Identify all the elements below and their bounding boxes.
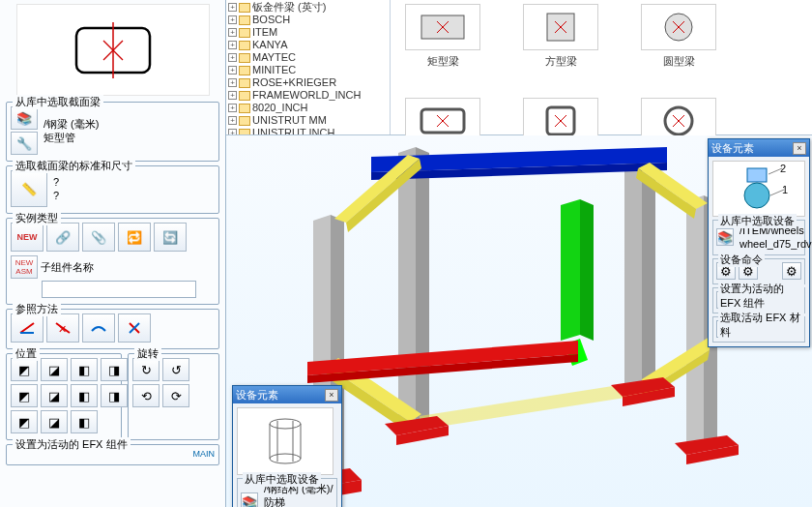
pos-2[interactable]: ◪ <box>41 358 68 381</box>
equipment-dialog-2[interactable]: 设备元素 × 21 从库中选取设备 📚 /ITEM/wheelswheel_d7… <box>708 138 810 347</box>
ref-btn-3[interactable] <box>82 313 115 343</box>
fs-select-from-lib: 从库中选取截面梁 📚 🔧 /钢梁 (毫米) 矩型管 <box>6 102 219 162</box>
fs-ref-method: 参照方法 ✕ <box>6 309 219 349</box>
fs-title: 从库中选取截面梁 <box>13 95 103 109</box>
dlg2-lib-btn[interactable]: 📚 <box>716 228 734 246</box>
svg-marker-49 <box>561 199 580 341</box>
ref-btn-2[interactable]: ✕ <box>46 313 79 343</box>
tree-item: +UNISTRUT MM <box>228 114 388 127</box>
dlg2-fs2: 设备命令 <box>718 253 765 267</box>
ref-btn-1[interactable] <box>11 313 44 343</box>
pos-1[interactable]: ◩ <box>11 358 38 381</box>
folder-icon <box>239 53 250 63</box>
dialog-title: 设备元素 <box>236 388 278 403</box>
fs-title-3: 实例类型 <box>13 211 61 225</box>
fs-title-2: 选取截面梁的标准和尺寸 <box>13 159 135 173</box>
fs-instance-type: 实例类型 NEW 🔗 📎 🔁 🔄 NEWASM 子组件名称 <box>6 218 219 305</box>
dialog-titlebar[interactable]: 设备元素 × <box>709 139 809 157</box>
fs-active-efx: 设置为活动的 EFX 组件 MAIN <box>6 444 219 465</box>
profile-gallery: 矩型梁 方型梁 圆型梁 矩型管 方型管 管道 ✱角型梁 ✱槽型梁 <box>391 0 812 134</box>
inst-btn-2[interactable]: 🔗 <box>46 223 79 252</box>
rot-4[interactable]: ⟳ <box>162 384 189 407</box>
lib-btn-1[interactable]: 📚 <box>11 106 38 130</box>
expand-icon[interactable]: + <box>228 53 237 62</box>
pos-3[interactable]: ◧ <box>71 358 98 381</box>
expand-icon[interactable]: + <box>228 116 237 125</box>
expand-icon[interactable]: + <box>228 104 237 112</box>
inst-btn-3[interactable]: 📎 <box>82 223 115 252</box>
svg-marker-30 <box>398 147 416 428</box>
lib-btn-2[interactable]: 🔧 <box>11 132 38 155</box>
fs-rotation: 旋转 ↻ ↺ ⟲ ⟳ <box>128 353 219 440</box>
pos-7[interactable]: ◧ <box>71 384 98 407</box>
expand-icon[interactable]: + <box>228 41 237 49</box>
section-preview <box>16 4 210 96</box>
svg-point-62 <box>270 419 301 429</box>
pos-4[interactable]: ◨ <box>101 358 128 381</box>
folder-icon <box>239 28 250 38</box>
tree-item: +ITEM <box>228 26 388 39</box>
close-icon[interactable]: × <box>793 142 806 155</box>
svg-point-69 <box>744 183 769 208</box>
equipment-dialog-1[interactable]: 设备元素 × 从库中选取设备 📚 /钢结构 (毫米)/防梯 防梯护罩 1 <box>232 385 342 507</box>
rot-2[interactable]: ↺ <box>162 358 189 381</box>
pos-8[interactable]: ◨ <box>101 384 128 407</box>
expand-icon[interactable]: + <box>228 78 237 87</box>
svg-marker-33 <box>642 159 655 387</box>
inst-new-1[interactable]: NEW <box>11 223 44 252</box>
pos-11[interactable]: ◧ <box>71 410 98 433</box>
dlg2-fs4: 选取活动 EFX 材料 <box>718 311 804 340</box>
ref-btn-4[interactable] <box>118 313 151 343</box>
folder-icon <box>239 91 250 101</box>
profile-round-beam[interactable]: 圆型梁 <box>634 4 723 69</box>
left-panel: 从库中选取截面梁 📚 🔧 /钢梁 (毫米) 矩型管 选取截面梁的标准和尺寸 📏 … <box>0 0 226 507</box>
svg-marker-36 <box>686 195 704 451</box>
lib-path: /钢梁 (毫米) <box>44 117 99 131</box>
pos-10[interactable]: ◪ <box>41 410 68 433</box>
tree-item: +FRAMEWORLD_INCH <box>228 89 388 102</box>
profile-rect-beam[interactable]: 矩型梁 <box>398 4 487 69</box>
subcomp-name-input[interactable] <box>42 281 196 298</box>
dlg1-fs-title: 从库中选取设备 <box>243 472 321 487</box>
dlg2-cmd3[interactable]: ⚙ <box>782 262 801 280</box>
expand-icon[interactable]: + <box>228 28 237 37</box>
expand-icon[interactable]: + <box>228 66 237 75</box>
expand-icon[interactable]: + <box>228 3 237 12</box>
expand-icon[interactable]: + <box>228 15 237 24</box>
rot-1[interactable]: ↻ <box>132 358 160 381</box>
svg-rect-68 <box>747 168 767 182</box>
dialog-thumb <box>237 407 334 475</box>
folder-icon <box>239 66 250 75</box>
pos-5[interactable]: ◩ <box>11 384 38 407</box>
svg-line-4 <box>20 323 34 333</box>
folder-icon <box>239 15 250 25</box>
tree-item: +KANYA <box>228 39 388 51</box>
folder-icon <box>239 3 250 13</box>
tree-item: +UNISTRUT INCH <box>228 127 388 134</box>
folder-icon <box>239 129 250 135</box>
dialog-titlebar[interactable]: 设备元素 × <box>233 386 341 403</box>
library-tree[interactable]: +钣金件梁 (英寸) +BOSCH +ITEM +KANYA +MAYTEC +… <box>226 0 391 134</box>
expand-icon[interactable]: + <box>228 129 237 134</box>
size-btn[interactable]: 📏 <box>11 170 47 207</box>
dlg1-lib-btn[interactable]: 📚 <box>241 492 258 507</box>
tree-item: +BOSCH <box>228 14 388 26</box>
pos-9[interactable]: ◩ <box>11 410 38 433</box>
close-icon[interactable]: × <box>325 389 338 402</box>
dialog-thumb: 21 <box>712 161 805 217</box>
rot-3[interactable]: ⟲ <box>132 384 160 407</box>
fs-title-5: 位置 <box>13 346 40 361</box>
svg-text:2: 2 <box>780 164 786 174</box>
dlg2-fs3: 设置为活动的 EFX 组件 <box>718 282 804 311</box>
profile-square-beam[interactable]: 方型梁 <box>516 4 605 69</box>
inst-btn-4[interactable]: 🔁 <box>118 223 151 252</box>
inst-btn-5[interactable]: 🔄 <box>154 223 187 252</box>
svg-marker-32 <box>624 159 642 387</box>
svg-text:✕: ✕ <box>58 323 67 335</box>
fs-standard-size: 选取截面梁的标准和尺寸 📏 ? ? <box>6 165 219 214</box>
dlg2-l2: wheel_d75_rdv <box>740 237 812 251</box>
pos-6[interactable]: ◪ <box>41 384 68 407</box>
dlg2-fs1: 从库中选取设备 <box>718 214 797 228</box>
expand-icon[interactable]: + <box>228 91 237 100</box>
subcomp-btn[interactable]: NEWASM <box>11 255 38 279</box>
